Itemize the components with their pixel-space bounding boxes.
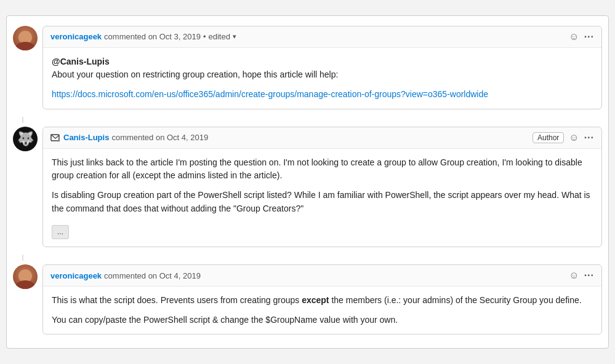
comment-body-3: This is what the script does. Prevents u… bbox=[43, 287, 601, 334]
body-para-3-2: You can copy/paste the PowerShell script… bbox=[52, 314, 593, 327]
mail-svg bbox=[51, 135, 60, 141]
emoji-button-1[interactable]: ☺ bbox=[569, 31, 579, 42]
avatar-veronicageek-1 bbox=[13, 26, 38, 50]
mail-icon-2 bbox=[50, 134, 59, 141]
more-button-2[interactable]: ··· bbox=[584, 132, 594, 143]
comment-card-1: veronicageek commented on Oct 3, 2019 • … bbox=[42, 26, 602, 109]
comment-header-3: veronicageek commented on Oct 4, 2019 ☺ … bbox=[43, 265, 601, 287]
comment-body-2: This just links back to the article I'm … bbox=[43, 149, 601, 247]
comment-meta-left-1: veronicageek commented on Oct 3, 2019 • … bbox=[50, 32, 569, 41]
avatar-canislupis: 🐺 bbox=[13, 127, 38, 151]
comment-card-3: veronicageek commented on Oct 4, 2019 ☺ … bbox=[42, 264, 602, 334]
body-text-after-bold: the members (i.e.: your admins) of the S… bbox=[329, 295, 582, 305]
comment-body-1: @Canis-Lupis About your question on rest… bbox=[43, 48, 601, 109]
comment-actions-2: Author ☺ ··· bbox=[533, 132, 594, 143]
comment-block-2: 🐺 Canis-Lupis commented on Oct 4, 2019 A… bbox=[10, 123, 605, 251]
comment-date-2: commented on Oct 4, 2019 bbox=[111, 133, 208, 142]
comment-block-1: veronicageek commented on Oct 3, 2019 • … bbox=[10, 22, 605, 113]
emoji-button-2[interactable]: ☺ bbox=[569, 132, 579, 143]
article-link-1[interactable]: https://docs.microsoft.com/en-us/office3… bbox=[52, 89, 488, 99]
thread-connector-2 bbox=[22, 255, 605, 261]
comment-meta-left-3: veronicageek commented on Oct 4, 2019 bbox=[50, 271, 569, 280]
comment-author-2[interactable]: Canis-Lupis bbox=[63, 133, 109, 142]
body-para-2-1: This just links back to the article I'm … bbox=[52, 156, 593, 183]
comment-meta-left-2: Canis-Lupis commented on Oct 4, 2019 bbox=[50, 133, 533, 142]
more-button-3[interactable]: ··· bbox=[584, 270, 594, 281]
comments-container: veronicageek commented on Oct 3, 2019 • … bbox=[6, 15, 609, 349]
body-para-mention-1: @Canis-Lupis About your question on rest… bbox=[52, 55, 593, 82]
edited-label-1: edited bbox=[208, 32, 230, 41]
dot-separator-1: • bbox=[203, 32, 206, 41]
mention-1[interactable]: @Canis-Lupis bbox=[52, 57, 110, 66]
comment-header-2: Canis-Lupis commented on Oct 4, 2019 Aut… bbox=[43, 127, 601, 149]
comment-date-1: commented on Oct 3, 2019 bbox=[104, 32, 201, 41]
body-para-link-1: https://docs.microsoft.com/en-us/office3… bbox=[52, 88, 593, 101]
author-badge-2: Author bbox=[533, 132, 564, 143]
wolf-icon: 🐺 bbox=[17, 131, 34, 147]
comment-block-3: veronicageek commented on Oct 4, 2019 ☺ … bbox=[10, 261, 605, 338]
comment-header-1: veronicageek commented on Oct 3, 2019 • … bbox=[43, 26, 601, 48]
comment-actions-3: ☺ ··· bbox=[569, 270, 594, 281]
emoji-button-3[interactable]: ☺ bbox=[569, 270, 579, 281]
comment-author-1[interactable]: veronicageek bbox=[50, 32, 102, 41]
expand-button-2[interactable]: ... bbox=[52, 225, 69, 239]
body-text-before-bold: This is what the script does. Prevents u… bbox=[52, 295, 302, 305]
bold-except: except bbox=[302, 295, 329, 305]
comment-date-3: commented on Oct 4, 2019 bbox=[104, 271, 201, 280]
comment-author-3[interactable]: veronicageek bbox=[50, 271, 102, 280]
thread-connector-1 bbox=[22, 117, 605, 123]
body-para-2-2: Is disabling Group creation part of the … bbox=[52, 189, 593, 215]
more-button-1[interactable]: ··· bbox=[584, 31, 594, 42]
avatar-veronicageek-3 bbox=[13, 264, 38, 289]
comment-actions-1: ☺ ··· bbox=[569, 31, 594, 42]
edited-caret-1[interactable]: ▾ bbox=[233, 33, 236, 41]
comment-card-2: Canis-Lupis commented on Oct 4, 2019 Aut… bbox=[42, 127, 602, 247]
body-para-3-1: This is what the script does. Prevents u… bbox=[52, 294, 593, 307]
